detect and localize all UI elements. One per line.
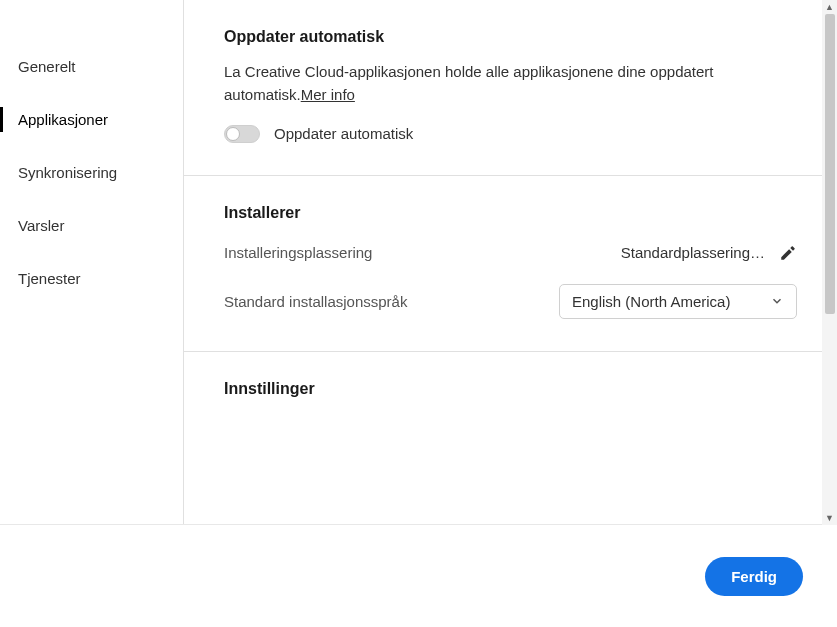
scroll-up-arrow-icon[interactable]: ▲ <box>822 0 837 14</box>
install-language-row: Standard installasjonsspråk English (Nor… <box>224 284 797 319</box>
sidebar-item-label: Generelt <box>18 58 76 75</box>
sidebar-item-label: Applikasjoner <box>18 111 108 128</box>
more-info-link[interactable]: Mer info <box>301 86 355 103</box>
section-install: Installerer Installeringsplassering Stan… <box>184 176 837 352</box>
scroll-down-arrow-icon[interactable]: ▼ <box>822 511 837 525</box>
sidebar-item-services[interactable]: Tjenester <box>0 252 183 305</box>
footer: Ferdig <box>0 525 837 627</box>
select-value: English (North America) <box>572 293 730 310</box>
done-button[interactable]: Ferdig <box>705 557 803 596</box>
sidebar: Generelt Applikasjoner Synkronisering Va… <box>0 0 184 524</box>
content-area: Oppdater automatisk La Creative Cloud-ap… <box>184 0 837 524</box>
install-location-row: Installeringsplassering Standardplasseri… <box>224 244 797 262</box>
section-description: La Creative Cloud-applikasjonen holde al… <box>224 60 797 107</box>
edit-location-button[interactable] <box>779 244 797 262</box>
sidebar-item-label: Synkronisering <box>18 164 117 181</box>
section-title: Installerer <box>224 204 797 222</box>
section-title: Innstillinger <box>224 380 797 398</box>
section-settings: Innstillinger <box>184 352 837 444</box>
install-location-value-wrap: Standardplassering… <box>621 244 797 262</box>
sidebar-item-label: Tjenester <box>18 270 81 287</box>
scrollbar-thumb[interactable] <box>825 14 835 314</box>
scrollbar-track[interactable]: ▲ ▼ <box>822 0 837 525</box>
sidebar-item-notifications[interactable]: Varsler <box>0 199 183 252</box>
section-title: Oppdater automatisk <box>224 28 797 46</box>
toggle-knob <box>226 127 240 141</box>
chevron-down-icon <box>770 294 784 308</box>
section-autoupdate: Oppdater automatisk La Creative Cloud-ap… <box>184 0 837 176</box>
install-location-label: Installeringsplassering <box>224 244 372 261</box>
install-location-value: Standardplassering… <box>621 244 765 261</box>
sidebar-item-applications[interactable]: Applikasjoner <box>0 93 183 146</box>
toggle-row: Oppdater automatisk <box>224 125 797 143</box>
autoupdate-toggle[interactable] <box>224 125 260 143</box>
sidebar-item-syncing[interactable]: Synkronisering <box>0 146 183 199</box>
sidebar-item-general[interactable]: Generelt <box>0 40 183 93</box>
install-language-select[interactable]: English (North America) <box>559 284 797 319</box>
install-language-label: Standard installasjonsspråk <box>224 293 407 310</box>
pencil-icon <box>779 244 797 262</box>
sidebar-item-label: Varsler <box>18 217 64 234</box>
toggle-label: Oppdater automatisk <box>274 125 413 142</box>
